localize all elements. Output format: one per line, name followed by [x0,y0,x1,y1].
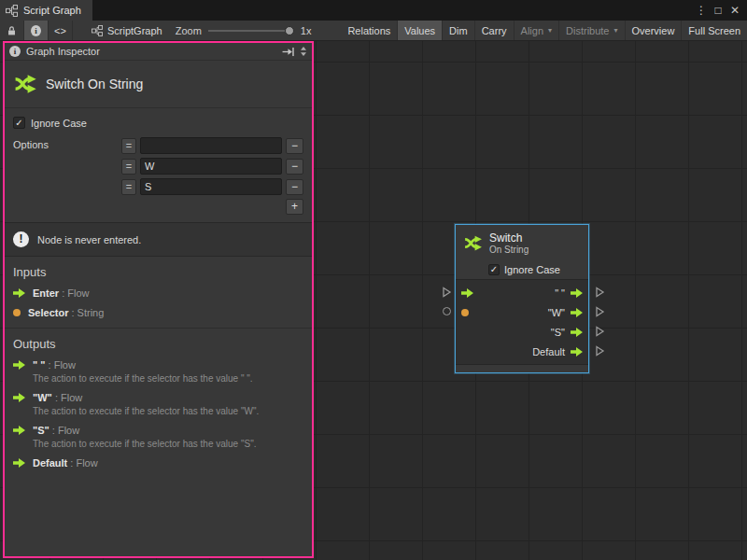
info-icon: i [31,25,41,36]
output-port-default[interactable]: Default [532,346,583,357]
flow-output-connector-s[interactable] [595,326,605,337]
switch-on-string-node[interactable]: Switch On String ✓ Ignore Case " " [455,224,589,373]
selector-value-port[interactable] [461,309,469,316]
close-icon[interactable]: ✕ [726,0,743,21]
lock-button[interactable] [0,21,24,40]
zoom-slider-knob[interactable] [285,26,294,35]
tab-script-graph[interactable]: Script Graph [0,0,92,21]
string-port-icon [461,309,469,316]
input-port-row: Selector : String [13,307,303,318]
outputs-header: Outputs [13,337,303,351]
node-title: Switch [489,231,529,245]
inspector-header: i Graph Inspector [5,43,312,61]
warning-box: ! Node is never entered. [5,222,312,257]
remove-option-button[interactable]: − [286,179,303,195]
info-icon: i [9,46,21,57]
dim-button[interactable]: Dim [443,21,475,40]
ignore-case-label: Ignore Case [31,118,87,129]
option-input-1[interactable] [140,158,282,175]
zoom-label: Zoom [176,25,202,36]
inspector-fields: ✓ Ignore Case Options = − = − = − [5,108,312,222]
node-ignore-case-label: Ignore Case [504,264,560,275]
value-input-connector[interactable] [443,307,451,315]
flow-arrow-icon [571,328,583,337]
output-port-description: The action to execute if the selector ha… [33,373,303,384]
output-port-row: "W" : Flow [13,392,303,403]
enter-flow-port[interactable] [461,288,473,298]
maximize-icon[interactable]: □ [710,0,726,21]
flow-arrow-icon [571,288,583,298]
window-tab-title: Script Graph [23,5,81,16]
graph-inspector-panel: i Graph Inspector Switch On String ✓ Ign… [3,41,314,558]
inputs-section: Inputs Enter : Flow Selector : String [5,257,312,328]
node-port-area: " " "W" "S" [456,279,588,364]
zoom-slider[interactable] [208,21,294,41]
script-graph-icon [6,5,18,17]
option-input-0[interactable] [140,137,282,154]
flow-output-connector-default[interactable] [595,345,605,357]
dock-right-icon[interactable] [282,47,294,57]
flow-arrow-icon [13,288,25,298]
window-controls: ⋮ □ ✕ [693,0,747,21]
flow-arrow-icon [571,308,583,317]
distribute-button[interactable]: Distribute▾ [559,21,625,40]
graph-name-label: ScriptGraph [107,25,162,36]
lock-icon [7,25,17,36]
string-port-icon [13,309,21,316]
option-input-2[interactable] [140,178,282,195]
output-port-w[interactable]: "W" [548,307,583,318]
node-subtitle: On String [489,245,529,255]
input-port-row: Enter : Flow [13,287,303,299]
inspector-header-title: Graph Inspector [26,46,100,57]
options-label: Options [13,137,121,215]
remove-option-button[interactable]: − [286,138,303,154]
scroll-spinner-icon[interactable] [300,46,307,57]
output-port-row: "S" : Flow [13,425,303,436]
values-button[interactable]: Values [398,21,443,40]
code-icon: <> [54,25,66,36]
flow-arrow-icon [571,347,583,357]
flow-input-connector[interactable] [442,287,452,298]
align-button[interactable]: Align▾ [514,21,559,40]
option-row: = − [121,178,303,195]
switch-icon [13,72,37,96]
add-option-button[interactable]: + [286,199,303,215]
code-view-button[interactable]: <> [49,21,73,40]
node-header[interactable]: Switch On String [456,225,588,260]
relations-button[interactable]: Relations [341,21,398,40]
output-port-row: Default : Flow [13,457,303,469]
warning-text: Node is never entered. [37,234,141,245]
overview-button[interactable]: Overview [626,21,683,40]
window-menu-icon[interactable]: ⋮ [693,0,710,21]
graph-breadcrumb[interactable]: ScriptGraph [86,21,168,40]
window-titlebar: Script Graph ⋮ □ ✕ [0,0,747,21]
warning-icon: ! [13,231,29,247]
graph-toolbar: i <> ScriptGraph Zoom 1x Relations Value… [0,21,747,41]
drag-handle-icon[interactable]: = [121,179,136,195]
remove-option-button[interactable]: − [286,159,303,175]
flow-output-connector-w[interactable] [595,306,605,317]
full-screen-button[interactable]: Full Screen [682,21,747,40]
ignore-case-checkbox[interactable]: ✓ [13,117,25,129]
output-port-space[interactable]: " " [555,287,583,299]
output-port-description: The action to execute if the selector ha… [33,439,303,449]
toolbar-button-group: Relations Values Dim Carry Align▾ Distri… [341,21,747,40]
flow-arrow-icon [461,288,473,298]
output-port-s[interactable]: "S" [551,327,583,338]
carry-button[interactable]: Carry [475,21,514,40]
node-footer [456,364,588,372]
flow-output-connector-space[interactable] [595,287,605,298]
zoom-control: Zoom 1x [168,21,319,40]
inspector-node-title: Switch On String [46,77,143,91]
chevron-down-icon: ▾ [548,26,552,35]
flow-arrow-icon [13,393,25,402]
inspector-toggle-button[interactable]: i [24,21,49,40]
node-ignore-case-checkbox[interactable]: ✓ [488,264,500,275]
flow-arrow-icon [13,360,25,370]
drag-handle-icon[interactable]: = [121,138,136,154]
output-port-description: The action to execute if the selector ha… [33,406,303,416]
drag-handle-icon[interactable]: = [121,159,136,175]
outputs-section: Outputs " " : Flow The action to execute… [5,328,312,478]
chevron-down-icon: ▾ [614,26,618,35]
option-row: = − [121,158,303,175]
